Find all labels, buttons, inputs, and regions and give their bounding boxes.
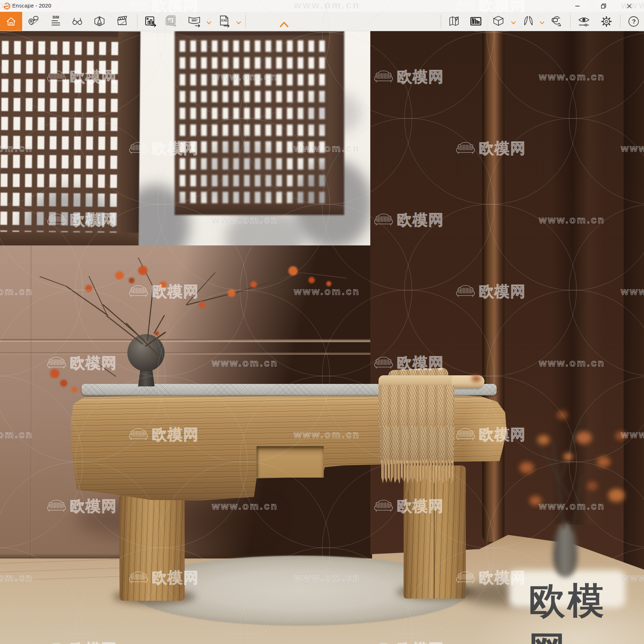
berry-blossom [250, 281, 257, 288]
toolbar: BIM [0, 12, 644, 31]
berry-blossom [288, 266, 298, 275]
video-path-icon[interactable] [92, 14, 107, 29]
berry-blossom [115, 271, 124, 280]
titlebar[interactable]: Enscape - 2020 [0, 0, 644, 12]
pano-label: 360° [191, 19, 198, 22]
berry-blossom [129, 278, 135, 283]
orthographic-cube-icon[interactable] [491, 14, 506, 29]
vr-headset-icon[interactable] [550, 14, 565, 29]
foreground-leaf [537, 435, 550, 445]
toolbar-separator [245, 15, 246, 28]
panorama-360-export-icon[interactable]: 360° [187, 14, 202, 29]
bim-label: BIM [53, 15, 59, 19]
berry-blossom [155, 331, 159, 336]
berry-blossom [138, 266, 147, 275]
toolbar-separator [570, 15, 571, 28]
foreground-leaf [519, 462, 534, 473]
berry-blossom [326, 281, 331, 286]
window-title: Enscape - 2020 [12, 3, 51, 9]
minimize-button[interactable] [566, 0, 589, 12]
wall-vertical-seam [31, 245, 32, 558]
help-icon[interactable]: ? [626, 14, 641, 29]
video-editor-icon[interactable] [115, 14, 130, 29]
berry-blossom [308, 277, 315, 283]
visual-settings-icon[interactable] [576, 14, 591, 29]
foreground-leaf [608, 489, 625, 502]
ortho-dropdown-chevron[interactable] [511, 20, 516, 23]
foreground-leaf [587, 482, 597, 490]
wall-seam [0, 339, 372, 342]
enscape-window: { "window": { "title": "Enscape - 2020",… [0, 0, 644, 644]
find-view-icon[interactable] [70, 14, 85, 29]
bim-info-icon[interactable]: BIM [48, 14, 63, 29]
enscape-logo-icon [3, 2, 10, 10]
bench-beam-notch [257, 446, 324, 478]
foreground-leaf [530, 496, 542, 506]
berry-blossom [72, 387, 77, 392]
warm-light-glint [472, 375, 481, 382]
close-button[interactable] [618, 0, 641, 12]
toolbar-separator [137, 15, 137, 28]
restore-button[interactable] [592, 0, 615, 12]
foreground-leaf [615, 431, 626, 440]
panorama-dropdown-chevron[interactable] [206, 20, 211, 23]
sphere-vase [127, 334, 165, 371]
toolbar-separator [620, 15, 620, 28]
lattice-screen-left [0, 31, 141, 249]
toolbar-separator [441, 15, 441, 28]
exe-dropdown-chevron[interactable] [236, 20, 241, 23]
issue-pin-icon[interactable] [26, 14, 41, 29]
lattice-screen-middle [175, 31, 344, 215]
big-brand-watermark: 欧模网 [529, 577, 644, 644]
screenshot-export-icon[interactable] [143, 14, 158, 29]
batch-export-icon[interactable] [164, 14, 179, 29]
settings-gear-icon[interactable] [599, 14, 614, 29]
blanket-hanging-panel-back [380, 427, 454, 463]
help-glyph: ? [632, 18, 636, 25]
foreground-leaf [564, 453, 573, 460]
home-button[interactable] [0, 12, 22, 31]
berry-blossom [85, 285, 92, 292]
blanket-hanging-panel [379, 385, 454, 429]
toolbar-collapse-chevron[interactable] [279, 21, 289, 29]
bench-leg-left [119, 496, 185, 601]
berry-blossom [228, 289, 235, 297]
exe-label: EXE [221, 19, 228, 22]
wall-right-strip [624, 31, 644, 573]
mini-map-icon[interactable] [447, 14, 462, 29]
fly-dropdown-chevron[interactable] [540, 20, 545, 23]
foreground-leaf [576, 431, 592, 444]
exe-export-icon[interactable]: EXE [217, 14, 232, 29]
berry-blossom [50, 369, 59, 378]
berry-blossom [60, 380, 67, 387]
render-viewport[interactable] [0, 31, 644, 644]
wall-column [482, 31, 504, 542]
foreground-leaf [557, 411, 567, 419]
safe-frame-icon[interactable] [468, 14, 483, 29]
wall-seam [0, 352, 372, 355]
bench-leg-right [404, 465, 466, 599]
wall-fold-shadow [551, 31, 605, 525]
fly-mode-wings-icon[interactable] [521, 14, 536, 29]
berry-blossom [160, 281, 167, 288]
berry-blossom [199, 302, 205, 308]
